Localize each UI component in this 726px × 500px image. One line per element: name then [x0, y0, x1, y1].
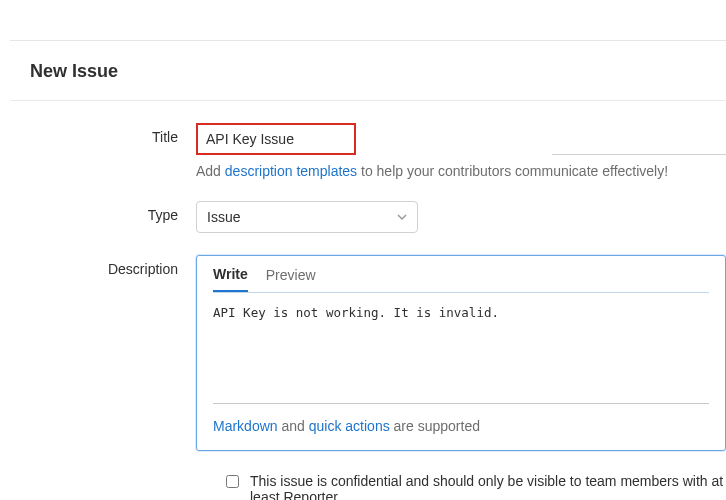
row-type: Type Issue — [0, 201, 726, 233]
row-description: Description Write Preview API Key is not… — [0, 255, 726, 451]
title-input[interactable] — [198, 125, 354, 153]
tab-preview[interactable]: Preview — [266, 267, 316, 291]
title-content: Add description templates to help your c… — [196, 123, 726, 179]
confidential-text: This issue is confidential and should on… — [250, 473, 726, 500]
editor-tabs: Write Preview — [197, 256, 725, 292]
footer-mid: and — [278, 418, 309, 434]
description-textarea[interactable]: API Key is not working. It is invalid. — [197, 293, 725, 403]
type-select[interactable]: Issue — [196, 201, 418, 233]
type-selected-value: Issue — [207, 209, 240, 225]
label-type: Type — [0, 201, 196, 223]
footer-post: are supported — [390, 418, 480, 434]
tab-write[interactable]: Write — [213, 266, 248, 292]
title-field-underline — [552, 154, 726, 155]
description-panel: Write Preview API Key is not working. It… — [196, 255, 726, 451]
chevron-down-icon — [397, 209, 407, 225]
confidential-checkbox[interactable] — [226, 475, 239, 488]
label-description: Description — [0, 255, 196, 277]
markdown-link[interactable]: Markdown — [213, 418, 278, 434]
row-title: Title Add description templates to help … — [0, 123, 726, 179]
divider-mid — [10, 100, 726, 101]
page-title: New Issue — [30, 61, 726, 82]
description-templates-link[interactable]: description templates — [225, 163, 357, 179]
row-confidential: This issue is confidential and should on… — [222, 473, 726, 500]
title-highlight-box — [196, 123, 356, 155]
label-title: Title — [0, 123, 196, 145]
title-hint-post: to help your contributors communicate ef… — [357, 163, 668, 179]
description-content: Write Preview API Key is not working. It… — [196, 255, 726, 451]
title-hint-pre: Add — [196, 163, 225, 179]
quick-actions-link[interactable]: quick actions — [309, 418, 390, 434]
divider-top — [10, 40, 726, 41]
title-hint: Add description templates to help your c… — [196, 163, 726, 179]
editor-footer-hint: Markdown and quick actions are supported — [197, 404, 725, 450]
type-content: Issue — [196, 201, 726, 233]
